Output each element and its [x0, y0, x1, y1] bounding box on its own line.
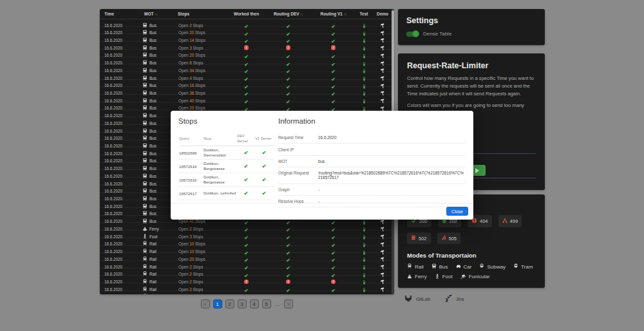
row-mot: Bus	[140, 98, 173, 104]
bus-icon	[142, 128, 147, 134]
column-header-test[interactable]: Test	[354, 12, 374, 16]
open-stops-link[interactable]: Open 16 Stops	[173, 83, 229, 88]
row-mot: Bus	[140, 218, 173, 224]
open-stops-link[interactable]: Open 3 Stops	[173, 234, 229, 239]
routing-v1-status: ✔	[312, 283, 354, 294]
table-row[interactable]: 16.6.2020BusOpen 2 Stops✔✔✔	[100, 19, 394, 27]
bus-icon	[431, 263, 437, 270]
open-stops-link[interactable]: Open 34 Stops	[173, 68, 229, 73]
open-stops-link[interactable]: Open 2 Stops	[173, 265, 229, 269]
stops-prefix: Open	[178, 91, 189, 95]
bus-icon	[142, 218, 147, 224]
server-icon	[411, 235, 416, 241]
close-button[interactable]: Close	[446, 207, 468, 216]
v1-server-check-icon: ✔	[255, 150, 273, 156]
gitlab-icon	[404, 294, 413, 304]
open-stops-link[interactable]: Open 2 Stops	[173, 272, 229, 276]
row-date: 16.6.2020	[100, 279, 140, 284]
mot-label: Bus	[149, 113, 156, 118]
check-icon: ✔	[331, 273, 336, 279]
open-stops-link[interactable]: Open 20 Stops	[173, 30, 229, 35]
pagination-page-2[interactable]: 2	[225, 299, 234, 308]
row-mot: Rail	[140, 249, 173, 254]
sort-icon[interactable]: ↑↓	[344, 12, 346, 16]
mode-item-ferry[interactable]: Ferry	[407, 273, 427, 280]
demo-cell[interactable]	[374, 291, 392, 294]
row-date: 16.6.2020	[100, 219, 140, 223]
stops-suffix: Stops	[194, 53, 205, 57]
status-badge-505[interactable]: 505	[437, 232, 461, 244]
pagination-next-button[interactable]: ›	[284, 299, 293, 308]
open-stops-link[interactable]: Open 40 Stops	[173, 99, 229, 103]
stops-prefix: Open	[178, 83, 189, 88]
pagination-page-5[interactable]: 5	[262, 299, 271, 308]
gitlab-link[interactable]: GitLab	[404, 294, 430, 304]
mode-item-bus[interactable]: Bus	[431, 263, 448, 270]
mot-label: Foot	[149, 234, 158, 239]
mode-item-funicular[interactable]: Funicular	[460, 273, 490, 280]
bus-icon	[142, 173, 147, 179]
car-icon	[456, 263, 461, 270]
mode-item-car[interactable]: Car	[456, 263, 472, 270]
mot-label: Rail	[149, 279, 156, 284]
open-stops-link[interactable]: Open 10 Stops	[173, 249, 229, 254]
status-badge-499[interactable]: 499	[498, 215, 522, 227]
mot-label: Bus	[149, 196, 156, 201]
pagination-prev-button[interactable]: ‹	[201, 299, 210, 308]
stops-suffix: Stops	[194, 91, 205, 95]
check-icon: ✔	[244, 273, 249, 279]
row-date: 16.6.2020	[100, 265, 140, 269]
stop-query: 18502689	[179, 151, 204, 155]
info-label: Original Request	[278, 171, 318, 180]
sort-icon[interactable]: ↑↓	[155, 12, 157, 16]
pagination-page-3[interactable]: 3	[238, 299, 247, 308]
mode-item-tram[interactable]: Tram	[513, 263, 533, 270]
open-stops-link[interactable]: Open 41 Stops	[173, 219, 229, 223]
column-header-worked-then[interactable]: Worked then	[229, 12, 264, 16]
stops-col-header: V1 Server	[255, 137, 273, 142]
ferry-icon	[142, 226, 147, 232]
open-stops-link[interactable]: Open 20 Stops	[173, 53, 229, 57]
info-value: bus	[318, 159, 466, 164]
mode-item-subway[interactable]: Subway	[479, 263, 505, 270]
column-header-routing-dev[interactable]: Routing DEV↑↓	[264, 12, 312, 16]
sort-icon[interactable]: ↑↓	[301, 12, 303, 16]
row-mot: Bus	[140, 135, 173, 141]
test-cell[interactable]	[354, 291, 374, 294]
column-header-time[interactable]: Time	[100, 12, 140, 16]
open-stops-link[interactable]: Open 36 Stops	[173, 91, 229, 95]
send-icon	[475, 168, 479, 173]
open-stops-link[interactable]: Open 2 Stops	[173, 279, 229, 284]
column-header-stops[interactable]: Stops	[173, 12, 229, 16]
open-stops-link[interactable]: Open 4 Stops	[173, 76, 229, 80]
open-stops-link[interactable]: Open 2 Stops	[173, 287, 229, 292]
open-stops-link[interactable]: Open 8 Stops	[173, 61, 229, 65]
open-stops-link[interactable]: Open 14 Stops	[173, 38, 229, 43]
stops-prefix: Open	[178, 265, 189, 269]
stop-query: 18572616	[179, 164, 204, 169]
modal-stop-row: 18502689Dottikon, Sternenplatz✔✔	[179, 146, 273, 160]
row-mot: Rail	[140, 294, 173, 294]
info-label: MOT	[278, 159, 318, 164]
mode-item-foot[interactable]: Foot	[435, 273, 453, 280]
open-stops-link[interactable]: Open 3 Stops	[173, 46, 229, 50]
column-header-demo[interactable]: Demo	[374, 12, 392, 16]
open-stops-link[interactable]: Open 2 Stops	[173, 227, 229, 231]
column-header-label: Stops	[178, 12, 189, 16]
column-header-mot[interactable]: MOT↑↓	[140, 12, 173, 16]
pagination-page-4[interactable]: 4	[250, 299, 259, 308]
pagination-page-1[interactable]: 1	[213, 299, 222, 308]
mode-item-rail[interactable]: Rail	[407, 263, 424, 270]
open-stops-link[interactable]: Open 2 Stops	[173, 23, 229, 28]
toggle-knob-icon[interactable]	[412, 30, 419, 37]
jira-link[interactable]: Jira	[444, 294, 464, 304]
open-stops-link[interactable]: Open 20 Stops	[173, 257, 229, 261]
status-badge-502[interactable]: 502	[407, 232, 431, 244]
open-stops-link[interactable]: Open 10 Stops	[173, 241, 229, 246]
dense-table-toggle[interactable]	[406, 32, 418, 37]
column-header-routing-v1[interactable]: Routing V1↑↓	[312, 12, 354, 16]
open-stops-link[interactable]: Open 20 Stops	[173, 106, 229, 110]
mode-label: Tram	[521, 264, 533, 270]
bus-icon	[142, 37, 147, 43]
info-label: Request Time	[278, 135, 318, 140]
